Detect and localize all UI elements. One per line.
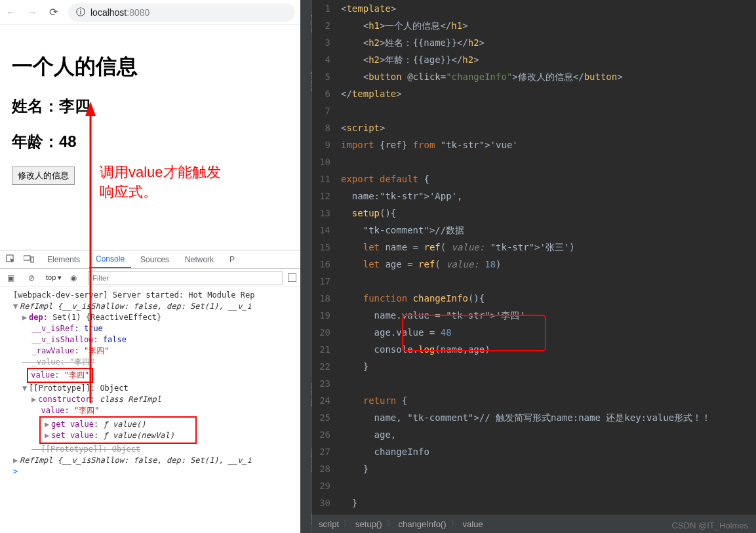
svg-rect-3 (24, 256, 30, 260)
code-line[interactable]: 28 } (312, 460, 756, 477)
tab-elements[interactable]: Elements (41, 252, 87, 267)
page-title: 一个人的信息 (12, 52, 294, 81)
console-toolbar: ▣ ⊘ top ▾ ◉ (0, 269, 300, 287)
url-host: localhost (90, 7, 127, 18)
code-line[interactable]: 6</template> (312, 85, 756, 102)
tab-more[interactable]: P (223, 252, 241, 267)
page-content: 一个人的信息 姓名：李四 年龄：48 修改人的信息 (0, 25, 300, 185)
editor-pane: Project Commit Structure Favorites npm 1… (300, 0, 756, 533)
info-icon: ⓘ (76, 7, 85, 18)
code-line[interactable]: 25 name, "tk-comment">// 触发简写形式name:name… (312, 409, 756, 426)
code-line[interactable]: 4 <h2>年龄：{{age}}</h2> (312, 51, 756, 68)
tab-sources[interactable]: Sources (134, 252, 176, 267)
levels-check[interactable] (288, 273, 296, 282)
code-line[interactable]: 10 (312, 153, 756, 170)
code-line[interactable]: 30 } (312, 494, 756, 511)
clear-icon[interactable]: ⊘ (25, 271, 38, 285)
code-line[interactable]: 2 <h1>一个人的信息</h1> (312, 17, 756, 34)
context-select[interactable]: top ▾ (46, 273, 62, 282)
code-line[interactable]: 9import {ref} from "tk-str">'vue' (312, 136, 756, 153)
code-line[interactable]: 15 let name = ref( value: "tk-str">'张三') (312, 239, 756, 256)
device-icon[interactable] (22, 253, 35, 266)
url-port: :8080 (127, 7, 149, 18)
code-line[interactable]: 24 return { (312, 392, 756, 409)
svg-rect-4 (31, 257, 33, 262)
console-prompt[interactable]: > (9, 466, 300, 477)
code-line[interactable]: 27 changeInfo (312, 443, 756, 460)
filter-input[interactable] (88, 271, 283, 285)
code-line[interactable]: 26 age, (312, 426, 756, 443)
console-output: [webpack-dev-server] Server started: Hot… (0, 287, 300, 480)
code-line[interactable]: 11export default { (312, 170, 756, 188)
code-line[interactable]: 12 name:"tk-str">'App', (312, 188, 756, 205)
code-line[interactable]: 22 } (312, 358, 756, 375)
tab-console[interactable]: Console (89, 251, 131, 268)
code-editor[interactable]: 1<template>2 <h1>一个人的信息</h1>3 <h2>姓名：{{n… (312, 0, 756, 515)
console-line: [webpack-dev-server] Server started: Hot… (9, 290, 300, 301)
code-line[interactable]: 3 <h2>姓名：{{name}}</h2> (312, 34, 756, 51)
browser-toolbar: ← → ⟳ ⓘ localhost:8080 (0, 0, 300, 25)
code-line[interactable]: 23 (312, 375, 756, 392)
show-sidebar-icon[interactable]: ▣ (4, 271, 17, 285)
code-line[interactable]: 7 (312, 102, 756, 119)
devtools-tabs: Elements Console Sources Network P (0, 250, 300, 269)
code-line[interactable]: 17 (312, 273, 756, 290)
code-line[interactable]: 29 (312, 477, 756, 494)
age-row: 年龄：48 (12, 131, 294, 152)
code-line[interactable]: 5 <button @click="changeInfo">修改人的信息</bu… (312, 68, 756, 85)
code-line[interactable]: 16 let age = ref( value: 18) (312, 256, 756, 273)
inspect-icon[interactable] (4, 253, 17, 266)
back-icon[interactable]: ← (5, 7, 17, 18)
forward-icon[interactable]: → (26, 7, 38, 18)
reload-icon[interactable]: ⟳ (47, 7, 59, 18)
eye-icon[interactable]: ◉ (67, 271, 80, 285)
devtools-panel: Elements Console Sources Network P ▣ ⊘ t… (0, 250, 300, 533)
code-line[interactable]: 14 "tk-comment">//数据 (312, 222, 756, 239)
tool-rail: Project Commit Structure Favorites npm (300, 0, 312, 533)
code-line[interactable]: 13 setup(){ (312, 205, 756, 222)
url-bar[interactable]: ⓘ localhost:8080 (68, 3, 295, 22)
console-line: ▼RefImpl {__v_isShallow: false, dep: Set… (9, 301, 300, 312)
tab-network[interactable]: Network (178, 252, 220, 267)
code-highlight-box (402, 315, 546, 351)
name-row: 姓名：李四 (12, 96, 294, 117)
code-line[interactable]: 8<script> (312, 119, 756, 136)
browser-pane: ← → ⟳ ⓘ localhost:8080 一个人的信息 姓名：李四 年龄：4… (0, 0, 300, 533)
code-line[interactable]: 18 function changeInfo(){ (312, 290, 756, 307)
code-line[interactable]: 1<template> (312, 0, 756, 17)
change-info-button[interactable]: 修改人的信息 (12, 167, 75, 185)
watermark: CSDN @IT_Holmes (672, 521, 749, 530)
